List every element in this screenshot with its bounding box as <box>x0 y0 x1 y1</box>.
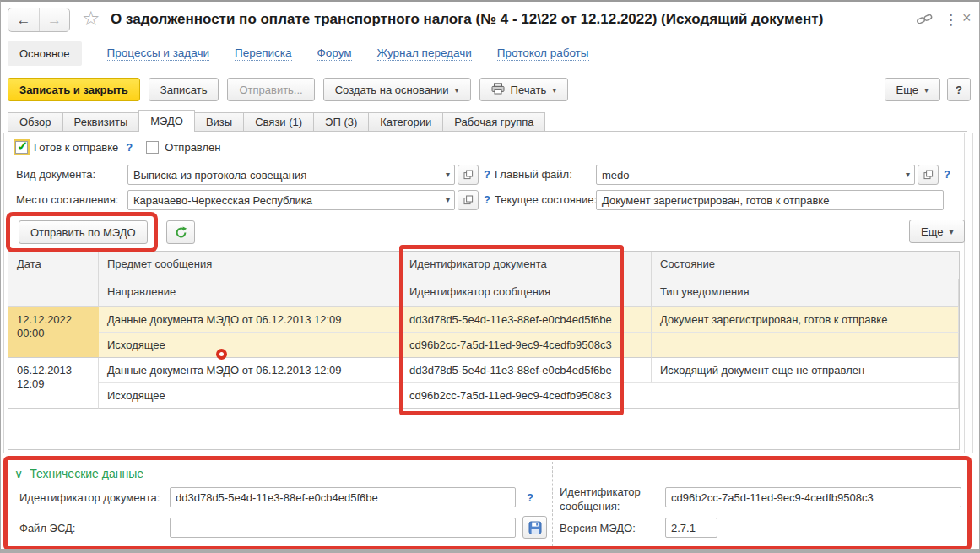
row-date: 06.12.2013 <box>17 364 89 377</box>
medo-version-input[interactable]: 2.7.1 <box>665 518 717 538</box>
place-help-icon[interactable]: ? <box>484 193 490 206</box>
technical-data-toggle[interactable]: ∨ Технические данные <box>14 467 143 480</box>
chevron-down-icon: ▾ <box>949 227 953 236</box>
tab-requisites[interactable]: Реквизиты <box>62 112 140 132</box>
tab-medo[interactable]: МЭДО <box>138 110 195 132</box>
table-row-cell-subject[interactable]: Данные документа МЭДО от 06.12.2013 12:0… <box>99 358 401 383</box>
doc-kind-help-icon[interactable]: ? <box>484 168 490 181</box>
save-close-button[interactable]: Записать и закрыть <box>8 78 140 101</box>
table-row-cell-doc-id[interactable]: dd3d78d5-5e4d-11e3-88ef-e0cb4ed5f6be <box>401 307 652 333</box>
place-label: Место составления: <box>16 193 118 206</box>
ready-to-send-checkbox[interactable]: ✓ <box>15 141 28 154</box>
panel-left-edge <box>3 133 4 453</box>
send-button[interactable]: Отправить... <box>227 78 314 101</box>
main-file-input[interactable]: medo ▾ <box>596 165 915 185</box>
table-row-cell-date[interactable]: 12.12.2022 00:00 <box>8 307 99 358</box>
chevron-down-icon: ∨ <box>14 467 23 480</box>
sent-label: Отправлен <box>165 141 220 154</box>
table-more-button[interactable]: Еще ▾ <box>909 220 965 243</box>
main-file-open-button[interactable] <box>918 165 939 185</box>
vertical-scrollbar[interactable] <box>964 133 973 453</box>
doc-kind-value: Выписка из протокола совещания <box>133 169 306 182</box>
create-based-on-button[interactable]: Создать на основании ▾ <box>323 78 471 101</box>
column-header-doc-id[interactable]: Идентификатор документа <box>401 252 652 279</box>
overlapping-squares-icon <box>463 195 474 205</box>
forward-arrow-icon[interactable]: → <box>39 8 69 31</box>
table-row-cell-state[interactable]: Исходящий документ еще не отправлен <box>652 358 959 383</box>
chevron-down-icon[interactable]: ▾ <box>906 170 910 179</box>
nav-item-main[interactable]: Основное <box>8 41 82 66</box>
table-row-cell-subject[interactable]: Данные документа МЭДО от 06.12.2013 12:0… <box>99 307 401 333</box>
send-by-medo-button[interactable]: Отправить по МЭДО <box>19 220 148 244</box>
tab-signatures[interactable]: ЭП (3) <box>313 112 369 132</box>
technical-data-title: Технические данные <box>30 467 143 480</box>
tech-section-splitter[interactable] <box>552 462 553 546</box>
medo-messages-table[interactable]: Дата Предмет сообщения Идентификатор док… <box>8 251 960 450</box>
place-input[interactable]: Карачаево-Черкесская Республика ▾ <box>127 190 455 210</box>
more-label: Еще <box>896 84 918 96</box>
section-nav: Основное Процессы и задачи Переписка Фор… <box>8 41 589 66</box>
tech-doc-id-help-icon[interactable]: ? <box>527 491 533 504</box>
window-menu-icon[interactable]: ⋮ <box>944 11 958 29</box>
row-date: 12.12.2022 <box>17 313 90 327</box>
tab-workgroup[interactable]: Рабочая группа <box>442 112 545 132</box>
print-button[interactable]: Печать ▾ <box>479 78 569 101</box>
close-icon[interactable]: × <box>962 9 972 27</box>
chevron-down-icon[interactable]: ▾ <box>446 170 450 179</box>
column-header-subject[interactable]: Предмет сообщения <box>99 252 401 279</box>
column-header-direction[interactable]: Направление <box>99 279 401 307</box>
place-open-button[interactable] <box>458 190 479 210</box>
chevron-down-icon: ▾ <box>455 85 459 95</box>
table-row-cell-direction[interactable]: Исходящее <box>99 333 401 358</box>
table-row-cell-notif-type[interactable] <box>652 383 959 409</box>
table-row-cell-state[interactable]: Документ зарегистрирован, готов к отправ… <box>652 307 959 333</box>
column-header-date[interactable]: Дата <box>8 252 99 307</box>
tab-visas[interactable]: Визы <box>194 112 244 132</box>
sent-checkbox[interactable] <box>146 141 159 154</box>
esd-file-label: Файл ЭСД: <box>19 522 75 534</box>
tab-bar: Обзор Реквизиты МЭДО Визы Связи (1) ЭП (… <box>8 111 967 132</box>
tab-categories[interactable]: Категории <box>368 112 443 132</box>
flags-row: ✓ Готов к отправке ? Отправлен <box>15 138 220 155</box>
tab-overview[interactable]: Обзор <box>8 112 63 132</box>
nav-link-processes[interactable]: Процессы и задачи <box>107 46 209 61</box>
document-window: ← → ☆ О задолженности по оплате транспор… <box>0 0 980 553</box>
save-file-button[interactable] <box>522 516 547 539</box>
get-link-icon[interactable] <box>917 13 933 28</box>
ready-help-icon[interactable]: ? <box>126 141 133 154</box>
column-header-msg-id[interactable]: Идентификатор сообщения <box>401 279 652 307</box>
nav-link-work-protocol[interactable]: Протокол работы <box>497 46 589 61</box>
doc-kind-input[interactable]: Выписка из протокола совещания ▾ <box>127 165 455 185</box>
table-row-cell-date[interactable]: 06.12.2013 12:09 <box>8 358 99 409</box>
refresh-button[interactable] <box>166 220 195 244</box>
main-file-help-icon[interactable]: ? <box>944 168 950 181</box>
table-row-cell-msg-id[interactable]: cd96b2cc-7a5d-11ed-9ec9-4cedfb9508c3 <box>401 383 652 409</box>
more-button[interactable]: Еще ▾ <box>885 78 940 101</box>
back-arrow-icon[interactable]: ← <box>8 8 39 31</box>
tech-doc-id-input[interactable]: dd3d78d5-5e4d-11e3-88ef-e0cb4ed5f6be <box>170 487 516 507</box>
table-row-cell-direction[interactable]: Исходящее <box>99 383 401 409</box>
save-button[interactable]: Записать <box>149 78 219 101</box>
favorite-star-icon[interactable]: ☆ <box>82 7 100 30</box>
table-empty-area[interactable] <box>8 409 959 449</box>
column-header-state[interactable]: Состояние <box>652 252 959 279</box>
tech-doc-id-value: dd3d78d5-5e4d-11e3-88ef-e0cb4ed5f6be <box>176 491 378 504</box>
printer-icon <box>491 83 505 97</box>
nav-link-correspondence[interactable]: Переписка <box>235 46 292 61</box>
tech-doc-id-label: Идентификатор документа: <box>19 491 160 504</box>
table-row-cell-msg-id[interactable]: cd96b2cc-7a5d-11ed-9ec9-4cedfb9508c3 <box>401 333 652 358</box>
nav-link-transfer-log[interactable]: Журнал передачи <box>377 46 472 61</box>
table-row-cell-notif-type[interactable] <box>652 333 959 358</box>
nav-link-forum[interactable]: Форум <box>317 46 352 61</box>
help-button[interactable]: ? <box>947 78 971 101</box>
doc-kind-open-button[interactable] <box>458 165 479 185</box>
table-row-cell-doc-id[interactable]: dd3d78d5-5e4d-11e3-88ef-e0cb4ed5f6be <box>401 358 652 383</box>
create-based-on-label: Создать на основании <box>335 84 449 96</box>
tech-msg-id-input[interactable]: cd96b2cc-7a5d-11ed-9ec9-4cedfb9508c3 <box>665 487 961 507</box>
table-more-label: Еще <box>921 225 943 238</box>
check-icon: ✓ <box>17 138 28 155</box>
column-header-notif-type[interactable]: Тип уведомления <box>652 279 959 307</box>
esd-file-input[interactable] <box>170 518 516 538</box>
tab-links[interactable]: Связи (1) <box>243 112 314 132</box>
chevron-down-icon[interactable]: ▾ <box>446 195 450 204</box>
